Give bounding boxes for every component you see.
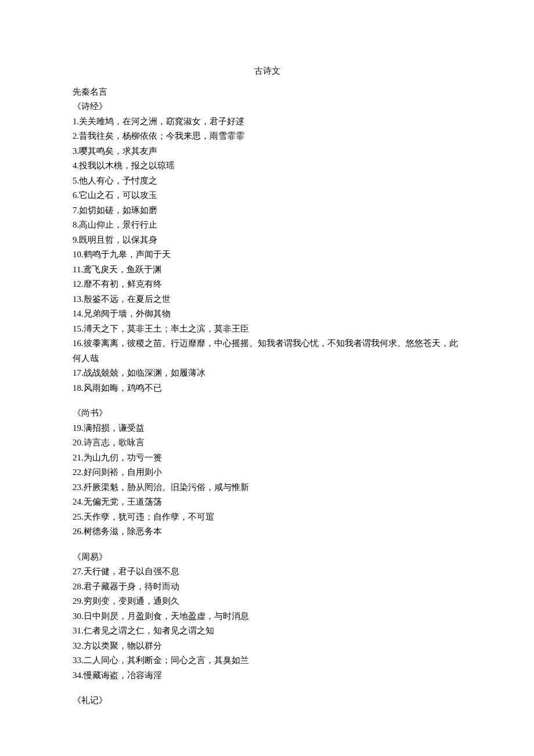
quote-line: 30.日中则昃，月盈则食，天地盈虚，与时消息 bbox=[73, 609, 461, 624]
quote-line: 33.二人同心，其利断金；同心之言，其臭如兰 bbox=[73, 653, 461, 668]
quote-line: 2.昔我往矣，杨柳依依；今我来思，雨雪霏霏 bbox=[73, 129, 461, 144]
quote-line: 16.彼黍离离，彼稷之苗。行迈靡靡，中心摇摇。知我者谓我心忧，不知我者谓我何求。… bbox=[73, 336, 461, 366]
quote-line: 34.慢藏诲盗，冶容诲淫 bbox=[73, 668, 461, 683]
quote-line: 20.诗言志，歌咏言 bbox=[73, 435, 461, 451]
quote-line: 31.仁者见之谓之仁，知者见之谓之知 bbox=[73, 624, 461, 639]
quote-line: 8.高山仰止，景行行止 bbox=[73, 218, 461, 233]
source-title: 《诗经》 bbox=[73, 99, 461, 114]
source-title: 《礼记》 bbox=[73, 693, 461, 708]
quote-line: 6.它山之石，可以攻玉 bbox=[73, 188, 461, 203]
quote-line: 12.靡不有初，鲜克有终 bbox=[73, 277, 461, 292]
document-title: 古诗文 bbox=[73, 64, 461, 79]
main-heading: 先秦名言 bbox=[73, 85, 461, 100]
quote-line: 27.天行健，君子以自强不息 bbox=[73, 564, 461, 579]
quote-line: 26.树德务滋，除恶务本 bbox=[73, 524, 461, 539]
quote-line: 29.穷则变，变则通，通则久 bbox=[73, 594, 461, 609]
quote-line: 32.方以类聚，物以群分 bbox=[73, 639, 461, 654]
quote-line: 3.嘤其鸣矣，求其友声 bbox=[73, 144, 461, 159]
quote-line: 22.好问则裕，自用则小 bbox=[73, 465, 461, 480]
quote-line: 4.投我以木桃，报之以琼瑶 bbox=[73, 159, 461, 174]
quote-line: 25.天作孽，犹可违；自作孽，不可逭 bbox=[73, 510, 461, 525]
quote-line: 13.殷鉴不远，在夏后之世 bbox=[73, 292, 461, 307]
quote-line: 7.如切如磋，如琢如磨 bbox=[73, 203, 461, 218]
quote-line: 10.鹤鸣于九皋，声闻于天 bbox=[73, 247, 461, 262]
quote-line: 9.既明且哲，以保其身 bbox=[73, 233, 461, 248]
quote-line: 24.无偏无党，王道荡荡 bbox=[73, 495, 461, 510]
source-title: 《周易》 bbox=[73, 550, 461, 565]
quote-line: 19.满招损，谦受益 bbox=[73, 421, 461, 436]
quote-line: 1.关关雎鸠，在河之洲，窈窕淑女，君子好逑 bbox=[73, 114, 461, 129]
quote-line: 21.为山九仞，功亏一篑 bbox=[73, 451, 461, 466]
quote-line: 11.鸢飞戾天，鱼跃于渊 bbox=[73, 262, 461, 278]
quote-line: 28.君子藏器于身，待时而动 bbox=[73, 579, 461, 595]
quote-line: 14.兄弟阋于墙，外御其物 bbox=[73, 307, 461, 322]
quote-line: 5.他人有心，予忖度之 bbox=[73, 174, 461, 189]
quote-line: 15.溥天之下，莫非王土；率土之滨，莫非王臣 bbox=[73, 322, 461, 337]
quote-line: 18.风雨如晦，鸡鸣不已 bbox=[73, 381, 461, 396]
quote-line: 17.战战兢兢，如临深渊，如履薄冰 bbox=[73, 366, 461, 381]
quote-line: 23.歼厥渠魁，胁从罔治。旧染污俗，咸与惟新 bbox=[73, 480, 461, 495]
source-title: 《尚书》 bbox=[73, 406, 461, 421]
